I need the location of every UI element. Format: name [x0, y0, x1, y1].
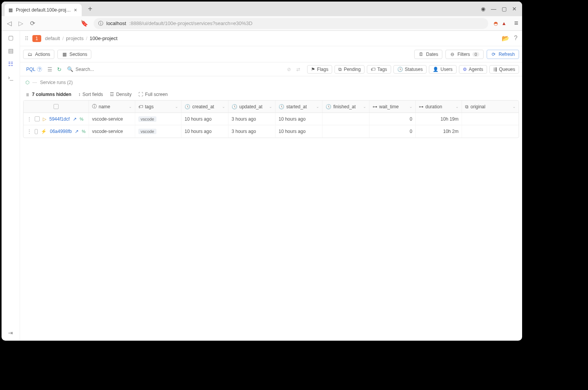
row-menu-icon[interactable]: ⋮	[27, 116, 32, 122]
browser-chrome: ▦ Project default.100e-proj… × + ◉ — ▢ ✕…	[2, 2, 522, 31]
actions-button[interactable]: 🗂Actions	[23, 50, 54, 59]
chevron-down-icon[interactable]: ⌄	[512, 104, 516, 109]
dates-button[interactable]: 🗓Dates	[414, 50, 442, 59]
data-table: ⓘname⌄ 🏷tags⌄ 🕓created_at⌄ 🕓updated_at⌄ …	[23, 100, 519, 138]
select-all-checkbox[interactable]	[54, 104, 59, 109]
duration-icon: ⊶	[419, 104, 423, 109]
col-name[interactable]: ⓘname⌄	[89, 101, 135, 113]
search-options-icon[interactable]: ⇄	[295, 67, 302, 72]
address-field[interactable]: ⓘ localhost:8888/ui/default/100e-project…	[94, 18, 488, 29]
run-id-link[interactable]: 06a4998fb	[50, 129, 72, 134]
reload-icon[interactable]: ⟳	[29, 19, 37, 28]
table-row[interactable]: ⋮ ⚡ 06a4998fb ↗ % vscode-service vscode …	[24, 125, 519, 138]
col-updated-at[interactable]: 🕓updated_at⌄	[228, 101, 276, 113]
tag-icon: 🏷	[371, 67, 375, 72]
briefcase-icon: 🗂	[27, 52, 33, 57]
bookmark-icon[interactable]: 🔖	[79, 19, 90, 28]
chevron-down-icon[interactable]: ⌄	[129, 104, 132, 109]
filter-pending[interactable]: ⧉Pending	[334, 65, 365, 74]
new-tab-button[interactable]: +	[85, 5, 96, 13]
col-original[interactable]: ⧉original⌄	[462, 101, 519, 113]
sort-fields-button[interactable]: ↕Sort fields	[78, 92, 103, 97]
filter-tags[interactable]: 🏷Tags	[367, 65, 391, 74]
vpn-icon[interactable]: ◉	[481, 6, 486, 12]
filter-statuses[interactable]: 🕓Statuses	[393, 65, 427, 74]
nav-services-icon[interactable]: ☷	[7, 60, 15, 68]
workspace-badge[interactable]: 1	[32, 35, 41, 42]
cell-started: 10 hours ago	[279, 129, 306, 134]
sync-icon[interactable]: ↻	[55, 66, 64, 72]
crumb-root[interactable]: default	[45, 35, 60, 41]
chevron-down-icon[interactable]: ⌄	[175, 104, 178, 109]
filter-queues[interactable]: ⇶Queues	[489, 65, 519, 74]
duration-icon: ⊶	[373, 104, 377, 109]
list-view-icon[interactable]: ☰	[45, 66, 55, 72]
run-id-link[interactable]: 5944f1dcf	[49, 116, 70, 122]
clear-search-icon[interactable]: ⊘	[286, 67, 292, 72]
close-icon[interactable]: ×	[74, 7, 77, 13]
pql-toggle[interactable]: PQL?	[23, 67, 45, 72]
chevron-down-icon[interactable]: ⌄	[269, 104, 272, 109]
service-runs-crumb: ⬡ — Service runs (2)	[20, 76, 522, 89]
brave-shield-icon[interactable]: ◓	[494, 20, 498, 26]
user-icon: 👤	[433, 67, 438, 72]
clock-icon: 🕓	[326, 104, 331, 109]
col-started-at[interactable]: 🕓started_at⌄	[276, 101, 323, 113]
window-close-icon[interactable]: ✕	[512, 6, 517, 12]
forward-icon: ▷	[17, 19, 25, 28]
columns-icon: ⫼	[25, 92, 30, 97]
brave-rewards-icon[interactable]: ▲	[502, 20, 507, 26]
columns-hidden-button[interactable]: ⫼7 columns hidden	[25, 92, 71, 97]
filters-button[interactable]: ⊖Filters0	[445, 50, 484, 59]
row-checkbox[interactable]	[35, 116, 40, 121]
cell-tag[interactable]: vscode	[138, 129, 156, 134]
search-input[interactable]	[76, 67, 283, 72]
info-icon: ⓘ	[92, 103, 97, 110]
browser-tab[interactable]: ▦ Project default.100e-proj… ×	[5, 4, 82, 16]
open-folder-icon[interactable]: 📂	[502, 35, 509, 42]
fullscreen-button[interactable]: ⛶Full screen	[138, 92, 168, 97]
refresh-button[interactable]: ⟳Refresh	[487, 50, 519, 59]
crumb-projects[interactable]: projects	[66, 35, 84, 41]
chevron-down-icon[interactable]: ⌄	[316, 104, 319, 109]
sections-button[interactable]: ▦Sections	[57, 50, 91, 59]
minimize-icon[interactable]: —	[491, 6, 496, 12]
site-info-icon[interactable]: ⓘ	[98, 20, 103, 27]
help-icon[interactable]: ?	[514, 35, 517, 42]
maximize-icon[interactable]: ▢	[502, 6, 507, 12]
chevron-down-icon[interactable]: ⌄	[363, 104, 366, 109]
hamburger-menu-icon[interactable]: ≡	[514, 19, 518, 27]
row-checkbox[interactable]	[35, 129, 38, 134]
col-duration[interactable]: ⊶duration⌄	[416, 101, 462, 113]
filter-bar: PQL? ☰ ↻ 🔍 ⊘ ⇄ ⚑Flags ⧉Pending 🏷Tags 🕓St…	[20, 62, 522, 76]
nav-terminal-icon[interactable]: ›_	[7, 73, 15, 81]
row-menu-icon[interactable]: ⋮	[27, 128, 32, 134]
chevron-down-icon[interactable]: ⌄	[409, 104, 412, 109]
table-row[interactable]: ⋮ ▷ 5944f1dcf ↗ % vscode-service vscode …	[24, 113, 519, 125]
filter-flags[interactable]: ⚑Flags	[307, 65, 332, 74]
breadcrumb-bar: ⠿ 1 default / projects / 100e-project 📂 …	[20, 31, 522, 46]
nav-overview-icon[interactable]: ▢	[7, 34, 15, 42]
url-rest: :8888/ui/default/100e-project/services?s…	[129, 20, 252, 26]
cell-tag[interactable]: vscode	[138, 116, 156, 122]
density-button[interactable]: ☲Density	[110, 92, 131, 97]
external-link-icon[interactable]: ↗	[75, 129, 79, 134]
nav-list-icon[interactable]: ▤	[7, 47, 15, 55]
filter-agents[interactable]: ⚙Agents	[459, 65, 487, 74]
pql-help-icon[interactable]: ?	[37, 67, 42, 72]
chevron-down-icon[interactable]: ⌄	[222, 104, 225, 109]
density-icon: ☲	[110, 92, 114, 97]
cell-updated: 3 hours ago	[232, 129, 256, 134]
col-wait-time[interactable]: ⊶wait_time⌄	[370, 101, 416, 113]
nav-collapse-icon[interactable]: ⇥	[7, 329, 15, 337]
chevron-down-icon[interactable]: ⌄	[455, 104, 459, 109]
col-tags[interactable]: 🏷tags⌄	[135, 101, 181, 113]
filter-count: 0	[472, 52, 479, 57]
back-icon[interactable]: ◁	[5, 19, 13, 28]
external-link-icon[interactable]: ↗	[73, 116, 77, 122]
col-created-at[interactable]: 🕓created_at⌄	[181, 101, 228, 113]
drag-handle-icon[interactable]: ⠿	[25, 35, 29, 42]
col-finished-at[interactable]: 🕓finished_at⌄	[323, 101, 370, 113]
filter-users[interactable]: 👤Users	[429, 65, 456, 74]
agent-icon: ⚙	[463, 67, 467, 72]
